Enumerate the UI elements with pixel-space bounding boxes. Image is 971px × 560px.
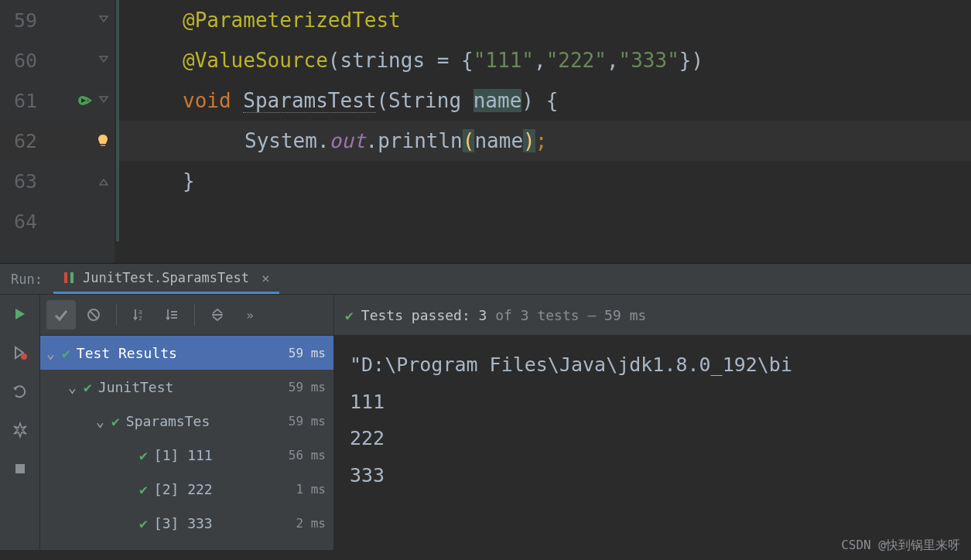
svg-rect-1 bbox=[101, 145, 105, 146]
run-tab-label: JunitTest.SparamsTest bbox=[83, 270, 249, 285]
fold-up-icon[interactable] bbox=[97, 175, 110, 187]
tree-toolbar: az » bbox=[40, 295, 333, 336]
settings-button[interactable] bbox=[10, 420, 30, 440]
tree-class[interactable]: ⌄ ✔ JunitTest 59 ms bbox=[40, 370, 333, 404]
code-area[interactable]: @ParameterizedTest @ValueSource(strings … bbox=[116, 0, 971, 263]
check-icon: ✔ bbox=[84, 379, 92, 395]
tree-test[interactable]: ✔ [2] 222 1 ms bbox=[40, 472, 333, 506]
left-toolbar bbox=[0, 295, 40, 550]
gutter: 59 60 61 62 63 64 bbox=[0, 0, 116, 263]
test-tree: ⌄ ✔ Test Results 59 ms ⌄ ✔ JunitTest 59 … bbox=[40, 336, 333, 550]
chevron-down-icon: ⌄ bbox=[68, 379, 84, 395]
rerun-failed-button[interactable] bbox=[10, 343, 30, 363]
output-line: "D:\Program Files\Java\jdk1.8.0_192\bi bbox=[350, 347, 956, 384]
line-number: 63 bbox=[0, 170, 45, 193]
check-icon: ✔ bbox=[139, 515, 148, 531]
method-name: SparamsTest bbox=[243, 89, 376, 113]
tree-test[interactable]: ✔ [3] 333 2 ms bbox=[40, 506, 333, 540]
tree-root[interactable]: ⌄ ✔ Test Results 59 ms bbox=[40, 336, 333, 370]
chevron-down-icon: ⌄ bbox=[96, 413, 111, 429]
output-line: 111 bbox=[350, 384, 956, 421]
check-icon: ✔ bbox=[345, 307, 354, 323]
show-ignored-button[interactable] bbox=[79, 300, 108, 330]
close-icon[interactable]: × bbox=[262, 270, 270, 286]
sort-button[interactable]: az bbox=[125, 300, 154, 330]
output-line: 333 bbox=[350, 457, 956, 494]
check-icon: ✔ bbox=[139, 447, 148, 463]
line-number: 62 bbox=[0, 130, 45, 152]
show-passed-button[interactable] bbox=[46, 300, 76, 330]
console-output[interactable]: "D:\Program Files\Java\jdk1.8.0_192\bi 1… bbox=[334, 336, 971, 504]
svg-text:z: z bbox=[138, 315, 142, 322]
expand-all-button[interactable] bbox=[157, 300, 186, 330]
tree-test[interactable]: ✔ [1] 111 56 ms bbox=[40, 438, 333, 472]
check-icon: ✔ bbox=[111, 413, 120, 429]
tree-method[interactable]: ⌄ ✔ SparamsTes 59 ms bbox=[40, 404, 333, 438]
watermark: CSDN @快到锅里来呀 bbox=[841, 538, 960, 554]
chevron-down-icon: ⌄ bbox=[46, 345, 62, 361]
keyword: void bbox=[183, 89, 243, 112]
console: ✔ Tests passed: 3 of 3 tests – 59 ms "D:… bbox=[334, 295, 971, 550]
run-method-icon[interactable] bbox=[77, 93, 93, 108]
annotation: @ParameterizedTest bbox=[183, 9, 401, 32]
line-number: 59 bbox=[0, 9, 45, 32]
svg-point-2 bbox=[21, 353, 27, 360]
test-tree-panel: az » ⌄ ✔ Test Results 59 ms ⌄ ✔ JunitTes… bbox=[40, 295, 334, 550]
code-editor: 59 60 61 62 63 64 @ParameterizedTest @Va… bbox=[0, 0, 971, 263]
check-icon: ✔ bbox=[139, 481, 148, 497]
collapse-all-button[interactable] bbox=[203, 300, 232, 330]
annotation: @ValueSource bbox=[183, 49, 328, 72]
line-number: 60 bbox=[0, 50, 45, 72]
check-icon: ✔ bbox=[62, 345, 70, 361]
toggle-autotest-button[interactable] bbox=[10, 381, 30, 401]
test-config-icon bbox=[63, 271, 77, 285]
stop-button[interactable] bbox=[10, 459, 30, 479]
rerun-button[interactable] bbox=[10, 304, 30, 324]
lightbulb-icon[interactable] bbox=[96, 134, 110, 148]
line-number: 64 bbox=[0, 210, 45, 233]
run-label: Run: bbox=[0, 271, 53, 287]
test-status-bar: ✔ Tests passed: 3 of 3 tests – 59 ms bbox=[334, 295, 971, 336]
fold-icon[interactable] bbox=[97, 54, 110, 67]
line-number: 61 bbox=[0, 90, 45, 112]
more-button[interactable]: » bbox=[235, 300, 265, 330]
fold-icon[interactable] bbox=[97, 94, 110, 107]
run-header: Run: JunitTest.SparamsTest × bbox=[0, 264, 971, 295]
fold-icon[interactable] bbox=[97, 14, 110, 26]
svg-rect-3 bbox=[15, 464, 25, 473]
output-line: 222 bbox=[350, 420, 956, 457]
run-tab[interactable]: JunitTest.SparamsTest × bbox=[53, 264, 279, 294]
run-panel: Run: JunitTest.SparamsTest × az » bbox=[0, 263, 971, 550]
